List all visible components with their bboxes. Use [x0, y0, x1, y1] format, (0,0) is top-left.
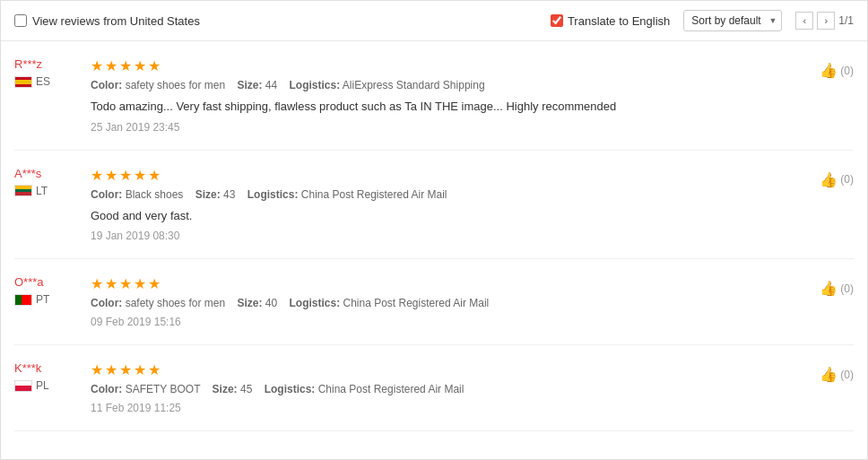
- next-page-button[interactable]: ›: [817, 12, 835, 30]
- country-code-4: PL: [36, 379, 49, 392]
- reviewer-name-4: K***k: [14, 361, 77, 375]
- reviews-list: R***z ES ★ ★ ★ ★ ★ Color: safety shoes f…: [1, 41, 867, 431]
- thumbs-icon-3: 👍: [820, 280, 838, 297]
- star-1-4: ★: [134, 57, 146, 74]
- review-text-1: Todo amazing... Very fast shipping, flaw…: [91, 98, 806, 116]
- translate-checkbox[interactable]: [551, 14, 563, 27]
- color-label-4: Color:: [91, 383, 122, 395]
- color-value-1: safety shoes for men: [126, 79, 225, 91]
- pagination: ‹ › 1/1: [795, 12, 854, 30]
- review-meta-2: Color: Black shoes Size: 43 Logistics: C…: [91, 188, 806, 201]
- review-meta-1: Color: safety shoes for men Size: 44 Log…: [91, 79, 806, 91]
- star-4-1: ★: [91, 361, 103, 378]
- star-3-1: ★: [91, 275, 103, 292]
- header-right: Translate to English Sort by default Sor…: [551, 10, 854, 31]
- translate-text: Translate to English: [568, 14, 670, 28]
- country-code-2: LT: [36, 185, 48, 197]
- logistics-value-2: China Post Registered Air Mail: [301, 188, 447, 201]
- star-1-5: ★: [148, 57, 161, 74]
- logistics-value-4: China Post Registered Air Mail: [318, 383, 464, 395]
- size-label-1: Size:: [237, 79, 262, 91]
- review-actions-2[interactable]: 👍 (0): [820, 167, 854, 243]
- thumbs-up-2[interactable]: 👍 (0): [820, 171, 854, 188]
- view-reviews-text: View reviews from United States: [32, 14, 200, 28]
- stars-3: ★ ★ ★ ★ ★: [91, 275, 806, 292]
- thumbs-icon-4: 👍: [820, 366, 838, 383]
- thumbs-up-1[interactable]: 👍 (0): [820, 62, 854, 79]
- reviewer-info-3: O***a PT: [14, 275, 77, 328]
- flag-icon-1: [14, 76, 32, 88]
- review-actions-4[interactable]: 👍 (0): [820, 361, 854, 414]
- star-3-3: ★: [119, 275, 132, 292]
- reviewer-name-2: A***s: [14, 167, 77, 180]
- page-info: 1/1: [838, 14, 854, 27]
- flag-icon-3: [14, 294, 32, 306]
- review-meta-3: Color: safety shoes for men Size: 40 Log…: [91, 297, 806, 309]
- reviewer-info-2: A***s LT: [14, 167, 77, 243]
- country-code-3: PT: [36, 293, 49, 306]
- review-content-4: ★ ★ ★ ★ ★ Color: SAFETY BOOT Size: 45 Lo…: [91, 361, 806, 414]
- review-date-1: 25 Jan 2019 23:45: [91, 121, 806, 134]
- review-actions-1[interactable]: 👍 (0): [820, 57, 854, 134]
- star-2-5: ★: [148, 167, 161, 184]
- country-flag-1: ES: [14, 75, 77, 88]
- country-flag-2: LT: [14, 185, 77, 197]
- thumbs-icon-1: 👍: [820, 62, 838, 79]
- stars-1: ★ ★ ★ ★ ★: [91, 57, 806, 74]
- review-item-2: A***s LT ★ ★ ★ ★ ★ Color: Black shoes: [14, 151, 854, 260]
- size-label-2: Size:: [195, 188, 221, 201]
- stars-4: ★ ★ ★ ★ ★: [91, 361, 806, 378]
- review-content-1: ★ ★ ★ ★ ★ Color: safety shoes for men Si…: [91, 57, 806, 134]
- flag-icon-2: [14, 185, 32, 196]
- reviewer-info-1: R***z ES: [14, 57, 77, 134]
- logistics-label-1: Logistics:: [289, 79, 340, 91]
- size-value-3: 40: [265, 297, 277, 309]
- review-meta-4: Color: SAFETY BOOT Size: 45 Logistics: C…: [91, 383, 806, 395]
- reviewer-info-4: K***k PL: [14, 361, 77, 414]
- sort-select[interactable]: Sort by default Sort by time Sort by rat…: [683, 10, 782, 31]
- star-2-4: ★: [134, 167, 146, 184]
- color-label-2: Color:: [91, 188, 122, 201]
- reviewer-name-3: O***a: [14, 275, 77, 289]
- thumbs-icon-2: 👍: [820, 171, 838, 188]
- reviews-container: View reviews from United States Translat…: [0, 0, 868, 460]
- size-value-2: 43: [223, 188, 235, 201]
- color-label-1: Color:: [91, 79, 122, 91]
- review-actions-3[interactable]: 👍 (0): [820, 275, 854, 328]
- star-4-2: ★: [105, 361, 117, 378]
- thumbs-count-4: (0): [840, 369, 854, 381]
- logistics-value-1: AliExpress Standard Shipping: [343, 79, 485, 91]
- color-label-3: Color:: [91, 297, 122, 309]
- thumbs-count-3: (0): [840, 282, 854, 295]
- view-reviews-checkbox[interactable]: [14, 14, 27, 27]
- star-3-2: ★: [105, 275, 117, 292]
- color-value-2: Black shoes: [126, 188, 184, 201]
- thumbs-count-1: (0): [840, 65, 854, 77]
- star-1-3: ★: [119, 57, 132, 74]
- star-4-3: ★: [119, 361, 132, 378]
- star-3-4: ★: [134, 275, 146, 292]
- thumbs-up-4[interactable]: 👍 (0): [820, 366, 854, 383]
- star-2-3: ★: [119, 167, 132, 184]
- stars-2: ★ ★ ★ ★ ★: [91, 167, 806, 184]
- view-reviews-label[interactable]: View reviews from United States: [14, 14, 200, 28]
- review-item-3: O***a PT ★ ★ ★ ★ ★ Color: safety shoes f…: [14, 259, 854, 345]
- review-content-3: ★ ★ ★ ★ ★ Color: safety shoes for men Si…: [91, 275, 806, 328]
- thumbs-up-3[interactable]: 👍 (0): [820, 280, 854, 297]
- logistics-label-3: Logistics:: [289, 297, 340, 309]
- size-label-4: Size:: [213, 383, 238, 395]
- sort-wrapper[interactable]: Sort by default Sort by time Sort by rat…: [683, 10, 782, 31]
- thumbs-count-2: (0): [840, 173, 854, 186]
- review-item-1: R***z ES ★ ★ ★ ★ ★ Color: safety shoes f…: [14, 41, 854, 151]
- flag-icon-4: [14, 380, 32, 392]
- translate-label[interactable]: Translate to English: [551, 14, 670, 28]
- country-flag-3: PT: [14, 293, 77, 306]
- color-value-3: safety shoes for men: [126, 297, 225, 309]
- review-date-4: 11 Feb 2019 11:25: [91, 402, 806, 414]
- prev-page-button[interactable]: ‹: [795, 12, 813, 30]
- star-2-2: ★: [105, 167, 117, 184]
- size-value-1: 44: [265, 79, 277, 91]
- review-item-4: K***k PL ★ ★ ★ ★ ★ Color: SAFETY BOOT: [14, 345, 854, 431]
- star-4-5: ★: [148, 361, 161, 378]
- star-1-1: ★: [91, 57, 103, 74]
